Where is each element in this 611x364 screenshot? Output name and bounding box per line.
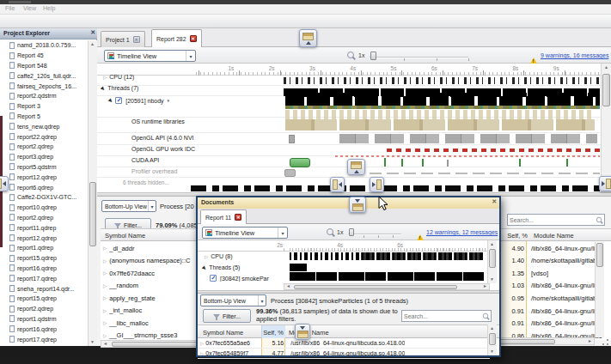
menu-help[interactable]: Help [43,5,55,11]
tab-report-282[interactable]: Report 282 ✕ [151,29,202,47]
zoom-slider-thumb[interactable] [349,228,354,236]
search-input[interactable] [402,313,482,319]
resize-grip[interactable] [602,338,609,346]
scroll-up-icon[interactable]: ▲ [490,242,494,246]
table-row[interactable]: 0.95/home/skottapalli/gitlab/l [484,292,611,305]
project-list-item[interactable]: Report 548 [0,61,87,71]
scrollbar-thumb[interactable] [489,333,496,345]
dock-guide-up[interactable] [347,159,365,175]
project-list-item[interactable]: report2.qdrep [0,304,87,314]
row-cpu[interactable]: ▷CPU (12) [103,74,134,80]
project-list-item[interactable]: Caffe2-DGX1V-GTC... [0,192,87,203]
tab-close-icon[interactable]: ✕ [190,35,197,42]
project-list-item[interactable]: report18.qdrep [0,344,87,346]
row-opengl-gpu[interactable]: OpenGL GPU work IDC [131,146,195,152]
menu-view[interactable]: View [23,5,36,11]
project-list-item[interactable]: report10.qdrep [0,203,87,213]
scrollbar-thumb[interactable] [294,285,457,289]
row-smokeparticles-cut[interactable]: [30842] smokePar [210,275,269,282]
scroll-down-icon[interactable]: ▼ [490,277,494,282]
project-list-item[interactable]: namd_2018.0.0.759... [0,40,87,51]
dock-guide-left-edge[interactable] [0,176,9,191]
project-list-item[interactable]: report22.qdrep [0,131,87,142]
row-cpu[interactable]: ▷CPU (8) [205,253,233,259]
project-list-item[interactable]: report2.qdstrm [0,91,87,101]
search-box[interactable] [401,310,492,322]
close-icon[interactable]: ✕ [90,29,95,36]
table-row[interactable]: ▷ 0x7fec654859f7 4.77 /usr/lib/x86_64-li… [198,349,490,359]
project-list-item[interactable]: report16.qdrep [0,264,87,274]
table-row[interactable]: 1.03/lib/x86_64-linux-gnu/libc [484,280,611,293]
tab-report-11[interactable]: Report 11 ✕ [200,209,247,224]
scrollbar-thumb[interactable] [89,182,96,246]
tab-close-icon[interactable]: ✕ [133,36,140,43]
project-list-item[interactable]: Report 45 [0,51,87,61]
row-profiler-overhead[interactable]: Profiler overhead [131,168,177,174]
tab-project-1[interactable]: Project 1 ✕ [101,31,145,47]
table-scrollbar[interactable] [595,242,604,337]
project-list-item[interactable]: report2.qdrep [0,213,87,223]
dock-guide-bottom[interactable] [295,324,310,340]
close-icon[interactable]: ✕ [492,198,497,205]
row-os-runtime[interactable]: OS runtime libraries [131,118,185,124]
table-row[interactable]: 0.91/lib/x86_64-linux-gnu/libc [484,317,611,330]
project-list-item[interactable]: report12.qdrep [0,172,87,182]
project-list-item[interactable]: Report 5 [0,112,87,122]
table-scrollbar[interactable]: ▲ ▼ [487,325,497,355]
search-input[interactable] [508,217,596,223]
view-selector-combo[interactable]: Timeline View ▾ [202,227,288,239]
warnings-messages-link[interactable]: 9 warnings, 16 messages [541,52,608,58]
dock-guide-top[interactable] [299,29,317,47]
scroll-down-icon[interactable]: ▼ [490,349,494,354]
scroll-right-icon[interactable]: ► [483,284,487,288]
scrollbar-thumb[interactable] [602,74,610,106]
menu-file[interactable]: File [5,5,15,11]
project-list-item[interactable]: sneha_report14.qdr... [0,283,87,294]
table-row[interactable]: ▷ 0x7fec655a5ae6 5.16 /usr/lib/x86_64-li… [198,338,490,349]
pane-splitter[interactable] [198,290,499,294]
project-list-item[interactable]: report5.qdstrm [0,162,87,173]
view-selector-combo[interactable]: Timeline View ▾ [104,50,196,62]
documents-floating-window[interactable]: Documents ✕ Report 11 ✕ Timeline View ▾ … [196,196,501,357]
scroll-left-icon[interactable]: ◄ [286,284,290,288]
project-list-item[interactable]: report12.qdrep [0,233,87,243]
warnings-messages-link[interactable]: 12 warnings, 12 messages [426,229,498,235]
table-row[interactable]: 1.35[vdso] [484,267,611,280]
table-row[interactable]: 0.91/lib/x86_64-linux-gnu/libc [484,305,611,318]
project-list-item[interactable]: report15.qdrep [0,253,87,264]
project-list-item[interactable]: report6.qdrep [0,182,87,192]
table-row[interactable]: 4.90/lib/x86_64-linux-gnu/libc [484,242,611,255]
project-list-item[interactable]: report1.qdrep [0,243,87,253]
symbol-table-header[interactable]: Symbol Name Self, % Module Name [198,325,499,338]
zoom-slider-track[interactable] [370,57,468,58]
scrollbar-thumb[interactable] [596,243,603,267]
project-list-item[interactable]: caffe2_120s_full.qdr... [0,70,87,81]
bottom-up-view-combo[interactable]: Bottom-Up View ▾ [101,200,156,212]
row-threads-hidden[interactable]: 6 threads hidden... [123,179,169,185]
timeline-scrollbar[interactable]: ▲ ▼ [487,240,497,283]
project-list-item[interactable]: report3.qdrep [0,152,87,162]
scroll-left-icon[interactable]: ◄ [103,342,107,346]
project-list-item[interactable]: report16.qdrep [0,324,87,334]
project-list-item[interactable]: report2.qdrep [0,142,87,152]
search-box[interactable] [507,214,605,226]
dock-guide-right[interactable] [370,177,384,192]
project-list-scrollbar[interactable]: ▲ ▼ [88,40,97,346]
thread-checkbox[interactable] [210,275,217,282]
row-threads[interactable]: ▶Threads (5) [203,264,240,270]
scroll-down-icon[interactable]: ▼ [90,340,95,344]
project-list-item[interactable]: fairseq_2epochs_16... [0,81,87,91]
table-row[interactable]: 1.40/home/skottapalli/gitlab/l [484,255,611,268]
row-nbody[interactable]: ▶ [20591] nbody ▾ [109,97,169,104]
project-list-item[interactable]: tens_new.qdrep [0,121,87,131]
dock-guide-left[interactable] [330,177,345,192]
scroll-right-icon[interactable]: ► [588,339,592,343]
nbody-checkbox[interactable] [115,97,122,104]
dock-guide-down[interactable] [349,197,366,213]
tab-close-icon[interactable]: ✕ [235,214,241,221]
project-list-item[interactable]: report15.qdrep [0,294,87,304]
cuda-api-block[interactable] [290,158,310,167]
timeline-scrollbar[interactable]: ▲ [601,64,611,192]
row-cuda-api[interactable]: CUDA API [131,157,159,163]
row-opengl-api[interactable]: OpenGL API (4.6.0 NVI [131,135,194,141]
